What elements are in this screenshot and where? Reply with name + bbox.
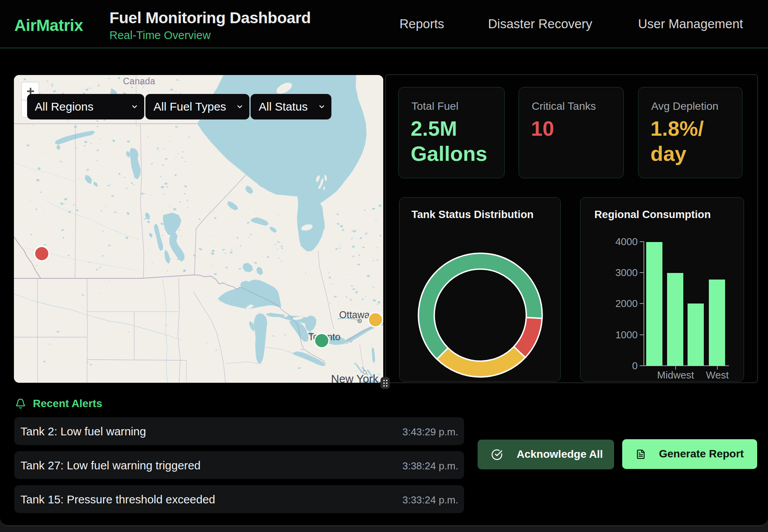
svg-text:West: West	[706, 369, 729, 381]
svg-text:1000: 1000	[615, 329, 638, 341]
svg-text:2000: 2000	[615, 298, 638, 309]
svg-text:4000: 4000	[615, 236, 638, 247]
svg-text:3000: 3000	[615, 267, 638, 278]
svg-text:Canada: Canada	[123, 76, 155, 86]
svg-text:New York: New York	[331, 373, 379, 383]
svg-text:0: 0	[632, 360, 638, 372]
svg-text:Ottawa: Ottawa	[339, 309, 370, 320]
svg-text:Midwest: Midwest	[657, 369, 694, 381]
